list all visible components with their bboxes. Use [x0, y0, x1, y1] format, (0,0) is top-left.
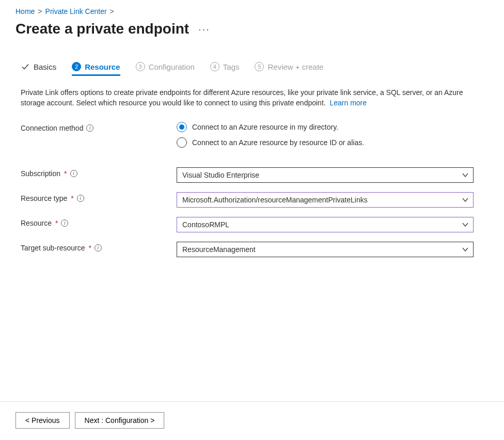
- step-number-icon: 2: [72, 62, 81, 71]
- select-value: ContosoRMPL: [182, 221, 229, 229]
- breadcrumb-private-link-center[interactable]: Private Link Center: [45, 7, 107, 15]
- next-button[interactable]: Next : Configuration >: [75, 412, 165, 429]
- chevron-down-icon: [462, 221, 469, 228]
- radio-label: Connect to an Azure resource in my direc…: [192, 123, 338, 131]
- resource-label: Resource: [21, 219, 52, 227]
- info-icon[interactable]: i: [70, 170, 77, 177]
- radio-label: Connect to an Azure resource by resource…: [192, 138, 364, 147]
- connection-method-radio-resource-id[interactable]: Connect to an Azure resource by resource…: [177, 137, 489, 148]
- more-actions-icon[interactable]: ···: [198, 24, 210, 34]
- tab-label: Basics: [34, 62, 56, 71]
- select-value: Microsoft.Authorization/resourceManageme…: [182, 196, 368, 204]
- previous-button[interactable]: < Previous: [15, 412, 70, 429]
- tab-label: Resource: [85, 62, 120, 71]
- breadcrumb: Home > Private Link Center >: [15, 7, 489, 15]
- required-indicator: *: [64, 169, 67, 178]
- footer-separator: [0, 401, 504, 402]
- tab-label: Configuration: [149, 62, 195, 71]
- chevron-down-icon: [462, 196, 469, 203]
- subscription-select[interactable]: Visual Studio Enterprise: [177, 167, 474, 183]
- radio-icon: [177, 137, 187, 148]
- subscription-label: Subscription: [21, 169, 60, 178]
- tab-basics[interactable]: Basics: [21, 62, 56, 76]
- tab-label: Review + create: [267, 62, 323, 71]
- tab-tags[interactable]: 4 Tags: [210, 62, 240, 76]
- checkmark-icon: [21, 62, 30, 71]
- wizard-footer: < Previous Next : Configuration >: [15, 412, 164, 429]
- step-number-icon: 5: [255, 62, 264, 71]
- tab-label: Tags: [223, 62, 240, 71]
- chevron-down-icon: [462, 246, 469, 253]
- select-value: Visual Studio Enterprise: [182, 171, 259, 179]
- chevron-down-icon: [462, 171, 469, 179]
- page-title: Create a private endpoint: [15, 21, 189, 37]
- required-indicator: *: [55, 219, 58, 227]
- info-icon[interactable]: i: [94, 244, 102, 252]
- tab-configuration[interactable]: 3 Configuration: [136, 62, 195, 76]
- chevron-right-icon: >: [110, 7, 114, 15]
- step-number-icon: 3: [136, 62, 145, 71]
- wizard-tabs: Basics 2 Resource 3 Configuration 4 Tags…: [15, 62, 489, 76]
- resource-type-select[interactable]: Microsoft.Authorization/resourceManageme…: [177, 192, 474, 208]
- resource-type-label: Resource type: [21, 194, 67, 202]
- connection-method-label: Connection method: [21, 124, 83, 132]
- tab-review-create[interactable]: 5 Review + create: [255, 62, 323, 76]
- chevron-right-icon: >: [38, 7, 42, 15]
- resource-select[interactable]: ContosoRMPL: [177, 217, 474, 232]
- target-sub-resource-label: Target sub-resource: [21, 244, 85, 252]
- required-indicator: *: [89, 244, 91, 252]
- step-number-icon: 4: [210, 62, 219, 71]
- select-value: ResourceManagement: [182, 245, 256, 254]
- tab-description: Private Link offers options to create pr…: [15, 87, 489, 108]
- tab-resource[interactable]: 2 Resource: [72, 62, 120, 76]
- breadcrumb-home[interactable]: Home: [15, 7, 35, 15]
- target-sub-resource-select[interactable]: ResourceManagement: [177, 242, 474, 257]
- connection-method-radio-directory[interactable]: Connect to an Azure resource in my direc…: [177, 122, 489, 132]
- description-text: Private Link offers options to create pr…: [21, 88, 463, 107]
- info-icon[interactable]: i: [61, 219, 68, 227]
- info-icon[interactable]: i: [86, 124, 93, 132]
- required-indicator: *: [71, 194, 73, 202]
- learn-more-link[interactable]: Learn more: [329, 99, 367, 107]
- radio-icon: [177, 122, 187, 132]
- info-icon[interactable]: i: [77, 195, 84, 202]
